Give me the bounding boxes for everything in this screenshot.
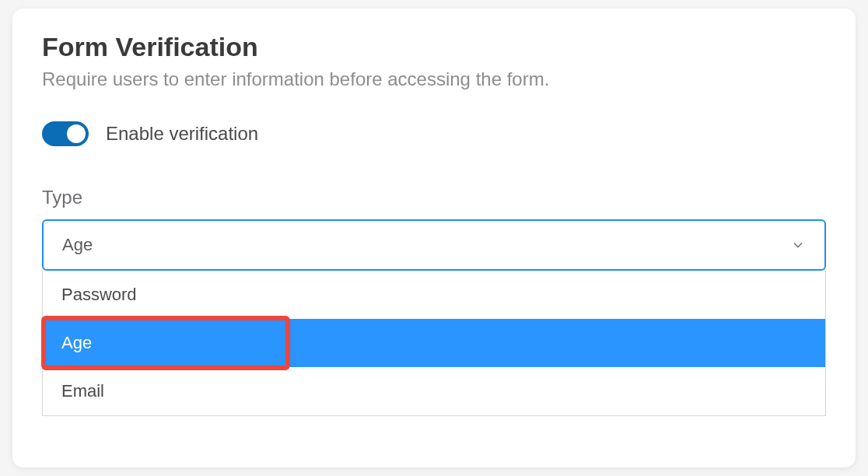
- type-field-label: Type: [42, 187, 826, 208]
- enable-verification-label: Enable verification: [106, 123, 258, 145]
- page-title: Form Verification: [42, 32, 826, 62]
- type-select-value: Age: [62, 235, 93, 255]
- enable-verification-row: Enable verification: [42, 121, 826, 146]
- chevron-down-icon: [790, 237, 806, 253]
- form-verification-card: Form Verification Require users to enter…: [12, 9, 856, 467]
- option-label: Email: [61, 381, 104, 401]
- type-option-age[interactable]: Age: [43, 319, 825, 367]
- option-label: Age: [61, 333, 92, 353]
- page-description: Require users to enter information befor…: [42, 68, 826, 90]
- type-dropdown: Password Age Email: [42, 271, 826, 416]
- toggle-knob: [67, 124, 86, 143]
- type-option-email[interactable]: Email: [43, 367, 825, 415]
- enable-verification-toggle[interactable]: [42, 121, 89, 146]
- type-select[interactable]: Age: [42, 219, 826, 271]
- option-label: Password: [61, 285, 137, 305]
- type-option-password[interactable]: Password: [43, 271, 825, 319]
